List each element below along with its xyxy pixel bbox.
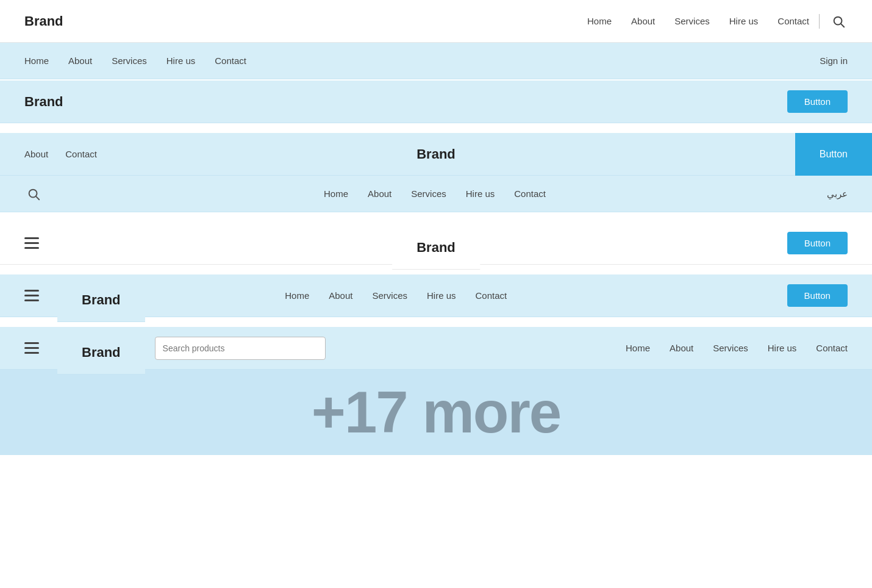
hamburger-line3 — [24, 247, 39, 249]
nav4-services[interactable]: Services — [411, 188, 446, 199]
navbar4-arabic[interactable]: عربي — [827, 188, 848, 199]
navbar1-brand: Brand — [24, 13, 63, 29]
nav7-contact[interactable]: Contact — [816, 343, 848, 353]
navbar-3: About Contact Brand Button — [0, 133, 872, 176]
nav1-contact[interactable]: Contact — [777, 16, 809, 26]
navbar3-brand: Brand — [416, 146, 456, 162]
nav3-about[interactable]: About — [24, 149, 48, 159]
nav2-services[interactable]: Services — [112, 56, 147, 66]
navbar5-brand: Brand — [392, 227, 480, 270]
navbar2b-button[interactable]: Button — [787, 90, 848, 113]
navbar4-links: Home About Services Hire us Contact — [324, 188, 546, 199]
hamburger6-line1 — [24, 290, 39, 292]
nav4-about[interactable]: About — [368, 188, 391, 199]
navbar1-links: Home About Services Hire us Contact — [587, 16, 809, 27]
navbar6-brand: Brand — [57, 279, 145, 322]
search-icon[interactable] — [829, 12, 848, 30]
navbar2-links: Home About Services Hire us Contact — [24, 56, 246, 66]
navbar3-button[interactable]: Button — [795, 133, 872, 176]
navbar-7: Brand Home About Services Hire us Contac… — [0, 327, 872, 370]
nav6-services[interactable]: Services — [372, 290, 407, 301]
navbar-2: Home About Services Hire us Contact Sign… — [0, 43, 872, 79]
navbar4-search-icon[interactable] — [24, 185, 43, 203]
navbar-1: Brand Home About Services Hire us Contac… — [0, 0, 872, 43]
nav3-contact[interactable]: Contact — [65, 149, 97, 159]
nav6-about[interactable]: About — [329, 290, 352, 301]
navbar6-button[interactable]: Button — [787, 284, 848, 307]
signin-link[interactable]: Sign in — [820, 56, 848, 66]
nav1-hireus[interactable]: Hire us — [729, 16, 759, 26]
nav2-about[interactable]: About — [68, 56, 92, 66]
nav1-about[interactable]: About — [631, 16, 655, 26]
search-input[interactable] — [155, 337, 326, 360]
hamburger7-line3 — [24, 352, 39, 354]
nav2-hireus[interactable]: Hire us — [166, 56, 196, 66]
navbar5-hamburger[interactable] — [24, 237, 39, 249]
nav7-home[interactable]: Home — [626, 343, 650, 353]
nav1-services[interactable]: Services — [674, 16, 710, 26]
navbar-5: Brand Button — [0, 222, 872, 265]
hamburger-line1 — [24, 237, 39, 239]
nav1-home[interactable]: Home — [587, 16, 612, 26]
nav1-divider — [819, 14, 820, 29]
nav2-home[interactable]: Home — [24, 56, 49, 66]
hamburger6-line2 — [24, 295, 39, 296]
navbar-2b: Brand Button — [0, 81, 872, 123]
more-section: +17 more — [0, 370, 872, 455]
navbar7-links: Home About Services Hire us Contact — [626, 343, 848, 354]
hamburger7-line2 — [24, 347, 39, 349]
hamburger-line2 — [24, 242, 39, 244]
navbar6-hamburger[interactable] — [24, 290, 39, 301]
nav6-home[interactable]: Home — [285, 290, 309, 301]
nav4-contact[interactable]: Contact — [514, 188, 546, 199]
nav6-hireus[interactable]: Hire us — [427, 290, 456, 301]
nav2-contact[interactable]: Contact — [215, 56, 246, 66]
navbar7-brand: Brand — [57, 332, 145, 375]
nav6-contact[interactable]: Contact — [476, 290, 507, 301]
navbar2b-brand: Brand — [24, 94, 63, 110]
navbar6-links: Home About Services Hire us Contact — [285, 290, 507, 301]
nav7-about[interactable]: About — [670, 343, 693, 353]
navbar-4: Home About Services Hire us Contact عربي — [0, 176, 872, 212]
nav4-home[interactable]: Home — [324, 188, 348, 199]
hamburger7-line1 — [24, 342, 39, 344]
navbar7-hamburger[interactable] — [24, 342, 39, 354]
navbar3-left-links: About Contact — [24, 149, 97, 160]
navbar-6: Brand Home About Services Hire us Contac… — [0, 274, 872, 317]
navbar5-button[interactable]: Button — [787, 232, 848, 254]
more-text: +17 more — [312, 379, 560, 446]
svg-line-1 — [841, 24, 844, 27]
nav7-hireus[interactable]: Hire us — [768, 343, 797, 353]
nav7-services[interactable]: Services — [713, 343, 748, 353]
svg-line-3 — [36, 196, 39, 199]
nav4-hireus[interactable]: Hire us — [466, 188, 495, 199]
hamburger6-line3 — [24, 299, 39, 301]
